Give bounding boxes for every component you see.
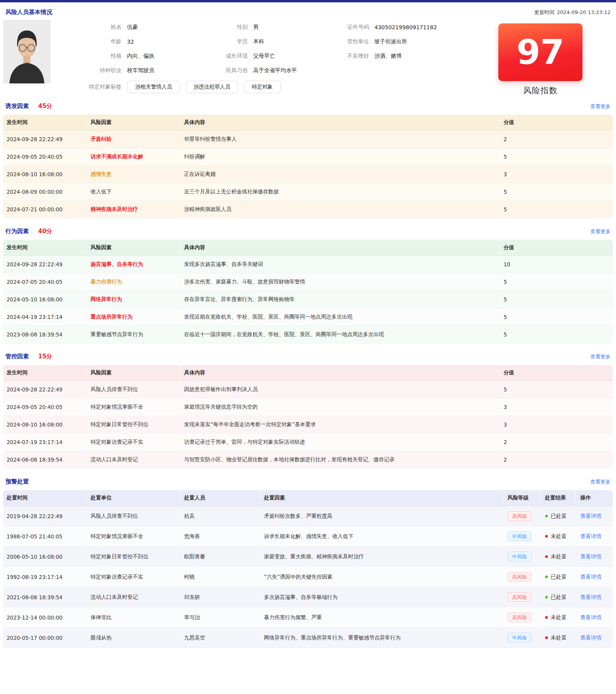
view-detail-link[interactable]: 查看详情 [581, 594, 602, 600]
factor-row: 2024-04-19 23:17:14重点场所异常行为发现近期在党政机关、学校、… [3, 308, 613, 326]
row-content: 访查记录过于简单、雷同，与特定对象实际活动轨迹 [179, 434, 499, 451]
row-factor: 矛盾纠纷次数多、严重程度高 [259, 506, 503, 526]
row-score: 2 [499, 451, 613, 469]
row-risk-factor: 精神疾病未及时治疗 [86, 201, 179, 218]
factor-row: 2024-07-21 00:00:00精神疾病未及时治疗涉精神疾病就医人员5 [3, 201, 613, 218]
special-object-tag[interactable]: 特定对象 [244, 81, 281, 93]
row-time: 2023-12-14 00:00:00 [3, 607, 86, 628]
profile-field: 学历本科 [179, 38, 308, 45]
field-label: 特种职业 [51, 67, 122, 74]
view-detail-link[interactable]: 查看详情 [581, 574, 602, 580]
profile-row: 姓名伍豪性别男证件号码430502199809171182 [51, 20, 488, 34]
row-result: 未处置 [540, 628, 575, 648]
risk-profile-page: 风险人员基本情况 更新时间2024-09-20 13:23:12 姓名伍豪性别男… [0, 2, 616, 648]
row-result: 已处置 [540, 506, 575, 526]
row-content: 涉精神疾病就医人员 [179, 201, 499, 218]
profile-row: 年龄32学历本科管控单位坡子街派出所 [51, 34, 488, 49]
disposal-row: 1988-07-05 21:40:05特定对象情况掌握不全危海善诉求长期未化解、… [3, 526, 613, 547]
column-header: 风险等级 [503, 490, 540, 506]
row-person: 九思美空 [179, 628, 259, 648]
column-header: 分值 [499, 115, 613, 131]
row-action: 查看详情 [575, 547, 613, 567]
row-content: 与智慧安防小区、物业登记居住数据，本地社保数据进行比对，发现有相关登记、缴存记录 [179, 451, 499, 469]
row-time: 2019-04-28 22:22:49 [3, 506, 86, 526]
row-time: 2024-04-19 23:17:14 [3, 308, 86, 326]
row-score: 5 [499, 326, 613, 343]
row-content: 邻里等纠纷警情当事人 [179, 131, 499, 148]
row-risk-level: 高风险 [503, 567, 540, 587]
row-risk-factor: 暴力伤害行为 [86, 273, 179, 291]
row-time: 2024-08-09 00:00:00 [3, 183, 86, 201]
result-status-text: 已处置 [551, 574, 567, 580]
row-time: 2024-06-08 18:39:54 [3, 451, 86, 469]
row-result: 未处置 [540, 526, 575, 547]
column-header: 风险因素 [86, 115, 179, 131]
view-more-link[interactable]: 查看更多 [590, 228, 611, 235]
risk-level-badge: 高风险 [508, 613, 532, 622]
factor-row: 2024-07-05 20:40:05暴力伤害行为涉多次伤害、家庭暴力、斗殴、故… [3, 273, 613, 291]
person-portrait-icon [3, 20, 51, 83]
view-more-link[interactable]: 查看更多 [590, 103, 611, 110]
row-result: 已处置 [540, 587, 575, 607]
row-action: 查看详情 [575, 607, 613, 628]
result-status-text: 已处置 [551, 594, 567, 600]
row-time: 2024-09-05 20:40:05 [3, 148, 86, 166]
column-header: 处置时间 [3, 490, 86, 506]
behavior-factors-table: 发生时间风险因素具体内容分值 2024-09-28 22:22:49扬言滋事、自… [3, 240, 613, 343]
view-more-link[interactable]: 查看更多 [590, 353, 611, 360]
row-action: 查看详情 [575, 506, 613, 526]
field-value: 32 [127, 39, 134, 45]
disposal-row: 2019-04-28 22:22:49风险人员排查不到位杭美矛盾纠纷次数多、严重… [3, 506, 613, 526]
person-photo [3, 20, 51, 83]
row-person: 邱东妍 [179, 587, 259, 607]
result-status-dot [545, 616, 548, 619]
field-value: 坡子街派出所 [374, 38, 407, 45]
profile-fields: 姓名伍豪性别男证件号码430502199809171182年龄32学历本科管控单… [51, 20, 488, 93]
row-time: 2024-09-28 22:22:49 [3, 381, 86, 398]
row-score: 5 [499, 148, 613, 166]
factor-row: 2024-07-19 23:17:14特定对象访查记录不实访查记录过于简单、雷同… [3, 434, 613, 451]
view-detail-link[interactable]: 查看详情 [581, 513, 602, 519]
special-object-tag[interactable]: 涉违法犯罪人员 [186, 81, 238, 93]
risk-level-badge: 中风险 [508, 531, 532, 541]
row-risk-level: 中风险 [503, 547, 540, 567]
profile-field: 特种职业校车驾驶员 [51, 67, 179, 74]
risk-score-label: 风险指数 [498, 85, 582, 96]
row-time: 2020-05-17 00:00:00 [3, 628, 86, 648]
column-header: 处置人员 [179, 490, 259, 506]
row-person: 危海善 [179, 526, 259, 547]
result-status-dot [545, 596, 548, 598]
special-object-tag[interactable]: 涉相关警情人员 [127, 81, 180, 93]
row-unit: 保律非比 [86, 607, 179, 628]
row-score: 2 [499, 131, 613, 148]
row-unit: 风险人员排查不到位 [86, 506, 179, 526]
row-person: 欧阳青馨 [179, 547, 259, 567]
update-time: 更新时间2024-09-20 13:23:12 [534, 9, 611, 16]
section-title: 预警处置 [5, 478, 29, 485]
row-content: 在临近十一国庆期间，在党政机关、学校、医院、景区、商圈等同一地点周边多次出现 [179, 326, 499, 343]
trigger-factors-table: 发生时间风险因素具体内容分值 2024-09-28 22:22:49矛盾纠纷邻里… [3, 115, 613, 218]
view-detail-link[interactable]: 查看详情 [581, 533, 602, 539]
row-time: 2024-07-05 20:40:05 [3, 273, 86, 291]
field-label: 学历 [179, 38, 248, 45]
row-time: 2024-07-19 23:17:14 [3, 434, 86, 451]
row-factor: 暴力伤害行为频繁、严重 [259, 607, 503, 628]
view-more-link[interactable]: 查看更多 [590, 478, 611, 485]
factor-row: 2024-09-05 20:40:05诉求不满或长期未化解纠纷调解5 [3, 148, 613, 166]
view-detail-link[interactable]: 查看详情 [581, 614, 602, 620]
column-header: 处置单位 [86, 490, 179, 506]
row-time: 1988-07-05 21:40:05 [3, 526, 86, 547]
section-alert-disposal: 预警处置 查看更多 处置时间处置单位处置人员处置因素风险等级处置结果操作 201… [3, 478, 613, 648]
row-risk-factor: 特定对象日常管控不到位 [86, 416, 179, 434]
section-behavior-factors: 行为因素 40分 查看更多 发生时间风险因素具体内容分值 2024-09-28 … [3, 228, 613, 343]
risk-level-badge: 高风险 [508, 572, 532, 582]
view-detail-link[interactable]: 查看详情 [581, 553, 602, 559]
profile-row: 性格内向、偏执成长环境父母早亡不良嗜好涉酒、赌博 [51, 49, 488, 63]
column-header: 风险因素 [86, 365, 179, 381]
row-unit: 特定对象情况掌握不全 [86, 526, 179, 547]
row-time: 2023-08-08 18:39:54 [3, 326, 86, 343]
result-status-text: 未处置 [551, 553, 567, 559]
view-detail-link[interactable]: 查看详情 [581, 634, 602, 641]
risk-score-card: 97 [498, 23, 582, 81]
column-header: 具体内容 [179, 365, 499, 381]
